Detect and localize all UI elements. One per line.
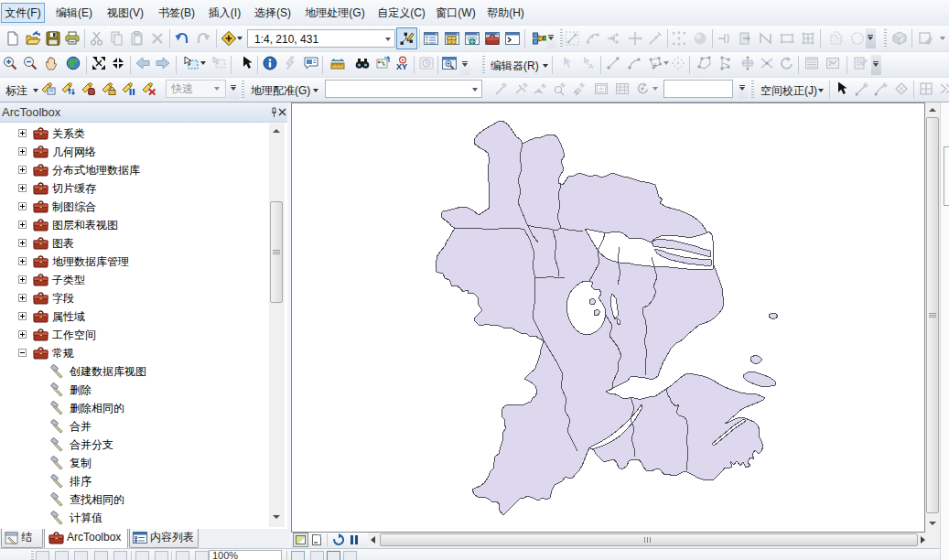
svg-text:XY: XY	[396, 62, 407, 71]
svg-text:A: A	[588, 62, 594, 70]
